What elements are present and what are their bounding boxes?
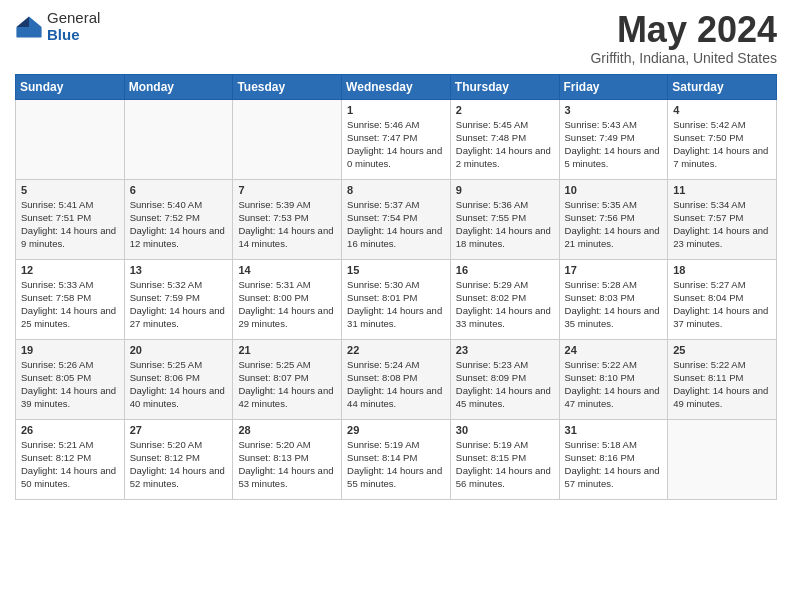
day-number: 4 <box>673 104 771 116</box>
calendar-day-cell: 6Sunrise: 5:40 AMSunset: 7:52 PMDaylight… <box>124 179 233 259</box>
header-day: Saturday <box>668 74 777 99</box>
day-detail: Sunrise: 5:19 AMSunset: 8:15 PMDaylight:… <box>456 438 554 491</box>
day-detail: Sunrise: 5:31 AMSunset: 8:00 PMDaylight:… <box>238 278 336 331</box>
calendar-day-cell: 23Sunrise: 5:23 AMSunset: 8:09 PMDayligh… <box>450 339 559 419</box>
day-number: 24 <box>565 344 663 356</box>
day-number: 13 <box>130 264 228 276</box>
header-day: Friday <box>559 74 668 99</box>
day-number: 10 <box>565 184 663 196</box>
calendar-day-cell: 16Sunrise: 5:29 AMSunset: 8:02 PMDayligh… <box>450 259 559 339</box>
day-number: 11 <box>673 184 771 196</box>
day-detail: Sunrise: 5:39 AMSunset: 7:53 PMDaylight:… <box>238 198 336 251</box>
calendar-week-row: 5Sunrise: 5:41 AMSunset: 7:51 PMDaylight… <box>16 179 777 259</box>
logo: General Blue <box>15 10 100 43</box>
day-number: 16 <box>456 264 554 276</box>
calendar-day-cell: 18Sunrise: 5:27 AMSunset: 8:04 PMDayligh… <box>668 259 777 339</box>
day-number: 23 <box>456 344 554 356</box>
day-detail: Sunrise: 5:22 AMSunset: 8:10 PMDaylight:… <box>565 358 663 411</box>
day-detail: Sunrise: 5:20 AMSunset: 8:12 PMDaylight:… <box>130 438 228 491</box>
day-detail: Sunrise: 5:21 AMSunset: 8:12 PMDaylight:… <box>21 438 119 491</box>
day-number: 25 <box>673 344 771 356</box>
day-number: 14 <box>238 264 336 276</box>
day-detail: Sunrise: 5:46 AMSunset: 7:47 PMDaylight:… <box>347 118 445 171</box>
day-number: 9 <box>456 184 554 196</box>
calendar-day-cell: 3Sunrise: 5:43 AMSunset: 7:49 PMDaylight… <box>559 99 668 179</box>
day-detail: Sunrise: 5:36 AMSunset: 7:55 PMDaylight:… <box>456 198 554 251</box>
day-number: 30 <box>456 424 554 436</box>
calendar-day-cell <box>124 99 233 179</box>
logo-blue: Blue <box>47 27 100 44</box>
day-number: 20 <box>130 344 228 356</box>
day-number: 27 <box>130 424 228 436</box>
calendar-day-cell: 24Sunrise: 5:22 AMSunset: 8:10 PMDayligh… <box>559 339 668 419</box>
calendar-day-cell: 1Sunrise: 5:46 AMSunset: 7:47 PMDaylight… <box>342 99 451 179</box>
calendar-day-cell: 5Sunrise: 5:41 AMSunset: 7:51 PMDaylight… <box>16 179 125 259</box>
day-number: 6 <box>130 184 228 196</box>
day-detail: Sunrise: 5:26 AMSunset: 8:05 PMDaylight:… <box>21 358 119 411</box>
day-number: 5 <box>21 184 119 196</box>
day-number: 22 <box>347 344 445 356</box>
calendar-day-cell: 19Sunrise: 5:26 AMSunset: 8:05 PMDayligh… <box>16 339 125 419</box>
day-number: 26 <box>21 424 119 436</box>
day-detail: Sunrise: 5:42 AMSunset: 7:50 PMDaylight:… <box>673 118 771 171</box>
calendar-week-row: 12Sunrise: 5:33 AMSunset: 7:58 PMDayligh… <box>16 259 777 339</box>
calendar-day-cell: 31Sunrise: 5:18 AMSunset: 8:16 PMDayligh… <box>559 419 668 499</box>
calendar-day-cell: 20Sunrise: 5:25 AMSunset: 8:06 PMDayligh… <box>124 339 233 419</box>
header-day: Tuesday <box>233 74 342 99</box>
header-row: SundayMondayTuesdayWednesdayThursdayFrid… <box>16 74 777 99</box>
header-day: Thursday <box>450 74 559 99</box>
calendar-day-cell: 17Sunrise: 5:28 AMSunset: 8:03 PMDayligh… <box>559 259 668 339</box>
calendar-day-cell: 28Sunrise: 5:20 AMSunset: 8:13 PMDayligh… <box>233 419 342 499</box>
day-detail: Sunrise: 5:24 AMSunset: 8:08 PMDaylight:… <box>347 358 445 411</box>
calendar-day-cell: 15Sunrise: 5:30 AMSunset: 8:01 PMDayligh… <box>342 259 451 339</box>
calendar-day-cell: 8Sunrise: 5:37 AMSunset: 7:54 PMDaylight… <box>342 179 451 259</box>
day-detail: Sunrise: 5:34 AMSunset: 7:57 PMDaylight:… <box>673 198 771 251</box>
day-number: 21 <box>238 344 336 356</box>
day-detail: Sunrise: 5:40 AMSunset: 7:52 PMDaylight:… <box>130 198 228 251</box>
calendar-day-cell: 22Sunrise: 5:24 AMSunset: 8:08 PMDayligh… <box>342 339 451 419</box>
day-number: 19 <box>21 344 119 356</box>
calendar-week-row: 19Sunrise: 5:26 AMSunset: 8:05 PMDayligh… <box>16 339 777 419</box>
logo-icon <box>15 13 43 41</box>
header-day: Monday <box>124 74 233 99</box>
day-number: 28 <box>238 424 336 436</box>
day-detail: Sunrise: 5:45 AMSunset: 7:48 PMDaylight:… <box>456 118 554 171</box>
calendar-day-cell: 4Sunrise: 5:42 AMSunset: 7:50 PMDaylight… <box>668 99 777 179</box>
day-number: 8 <box>347 184 445 196</box>
day-detail: Sunrise: 5:43 AMSunset: 7:49 PMDaylight:… <box>565 118 663 171</box>
day-number: 7 <box>238 184 336 196</box>
day-detail: Sunrise: 5:35 AMSunset: 7:56 PMDaylight:… <box>565 198 663 251</box>
calendar-day-cell <box>668 419 777 499</box>
day-number: 12 <box>21 264 119 276</box>
calendar-day-cell: 7Sunrise: 5:39 AMSunset: 7:53 PMDaylight… <box>233 179 342 259</box>
header-day: Wednesday <box>342 74 451 99</box>
calendar-day-cell: 10Sunrise: 5:35 AMSunset: 7:56 PMDayligh… <box>559 179 668 259</box>
day-detail: Sunrise: 5:27 AMSunset: 8:04 PMDaylight:… <box>673 278 771 331</box>
title-area: May 2024 Griffith, Indiana, United State… <box>590 10 777 66</box>
calendar-day-cell: 30Sunrise: 5:19 AMSunset: 8:15 PMDayligh… <box>450 419 559 499</box>
calendar-day-cell: 13Sunrise: 5:32 AMSunset: 7:59 PMDayligh… <box>124 259 233 339</box>
calendar-subtitle: Griffith, Indiana, United States <box>590 50 777 66</box>
day-number: 31 <box>565 424 663 436</box>
day-detail: Sunrise: 5:18 AMSunset: 8:16 PMDaylight:… <box>565 438 663 491</box>
calendar-week-row: 26Sunrise: 5:21 AMSunset: 8:12 PMDayligh… <box>16 419 777 499</box>
svg-rect-2 <box>16 27 41 38</box>
svg-marker-0 <box>29 16 42 27</box>
day-detail: Sunrise: 5:37 AMSunset: 7:54 PMDaylight:… <box>347 198 445 251</box>
logo-general: General <box>47 10 100 27</box>
calendar-day-cell: 2Sunrise: 5:45 AMSunset: 7:48 PMDaylight… <box>450 99 559 179</box>
day-number: 17 <box>565 264 663 276</box>
day-detail: Sunrise: 5:32 AMSunset: 7:59 PMDaylight:… <box>130 278 228 331</box>
calendar-week-row: 1Sunrise: 5:46 AMSunset: 7:47 PMDaylight… <box>16 99 777 179</box>
day-detail: Sunrise: 5:22 AMSunset: 8:11 PMDaylight:… <box>673 358 771 411</box>
day-detail: Sunrise: 5:20 AMSunset: 8:13 PMDaylight:… <box>238 438 336 491</box>
page-header: General Blue May 2024 Griffith, Indiana,… <box>15 10 777 66</box>
calendar-day-cell: 27Sunrise: 5:20 AMSunset: 8:12 PMDayligh… <box>124 419 233 499</box>
day-detail: Sunrise: 5:29 AMSunset: 8:02 PMDaylight:… <box>456 278 554 331</box>
day-number: 18 <box>673 264 771 276</box>
calendar-body: 1Sunrise: 5:46 AMSunset: 7:47 PMDaylight… <box>16 99 777 499</box>
calendar-header: SundayMondayTuesdayWednesdayThursdayFrid… <box>16 74 777 99</box>
day-number: 3 <box>565 104 663 116</box>
day-detail: Sunrise: 5:30 AMSunset: 8:01 PMDaylight:… <box>347 278 445 331</box>
header-day: Sunday <box>16 74 125 99</box>
